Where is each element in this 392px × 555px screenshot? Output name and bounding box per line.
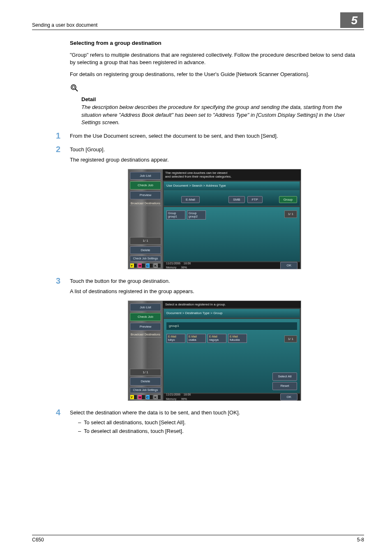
address-type-tabs: E-Mail SMB FTP Group: [164, 190, 300, 206]
page-indicator: 1/ 1: [284, 210, 297, 218]
step-4-bullet-2: To deselect all destinations, touch [Res…: [78, 428, 359, 435]
main-panel: 1/ 1 Group group1 Group group2: [164, 207, 300, 261]
step-text-2: Touch [Group].: [70, 146, 359, 154]
svg-line-2: [76, 89, 78, 92]
ok-button[interactable]: OK: [280, 393, 297, 401]
footer-right: 5-8: [357, 537, 364, 543]
job-list-button[interactable]: Job List: [130, 172, 161, 180]
screenshot-group-list: Job List Check Job Preview Broadcast Des…: [128, 169, 301, 269]
detail-text: The description below describes the proc…: [81, 104, 359, 127]
message-bar: Select a destination registered in a gro…: [163, 301, 301, 308]
preview-button[interactable]: Preview: [130, 191, 161, 199]
side-page-indicator: 1/ 1: [130, 237, 161, 245]
step-number-4: 4: [56, 408, 70, 437]
dest-item-fukuoka[interactable]: E-Mail fukuoka: [228, 334, 247, 342]
reset-button[interactable]: Reset: [272, 382, 297, 390]
check-job-settings-button[interactable]: Check Job Settings: [130, 256, 161, 261]
check-job-button[interactable]: Check Job: [130, 181, 161, 190]
step-sub-2: The registered group destinations appear…: [70, 156, 359, 164]
tab-group[interactable]: Group: [279, 196, 297, 204]
step-sub-3: A list of destinations registered in the…: [70, 288, 359, 296]
broadcast-dest-label: Broadcast Destinations: [130, 201, 161, 206]
chapter-number: 5: [340, 12, 363, 28]
dest-item-osaka[interactable]: E-Mail osaka: [187, 334, 206, 342]
step-text-4: Select the destination where the data is…: [70, 409, 359, 417]
screenshot-group-members: Job List Check Job Preview Broadcast Des…: [128, 301, 301, 401]
tab-email[interactable]: E-Mail: [181, 196, 200, 204]
section-title: Selecting from a group destination: [70, 39, 359, 47]
intro-paragraph-1: "Group" refers to multiple destinations …: [70, 51, 359, 67]
breadcrumb: Document > Destination Type > Group: [164, 309, 300, 318]
page-indicator: 1/ 1: [284, 335, 297, 343]
dest-item-tokyo[interactable]: E-Mail tokyo: [166, 334, 185, 342]
step-number-2: 2: [56, 145, 70, 164]
check-job-settings-button[interactable]: Check Job Settings: [130, 387, 161, 393]
ok-button[interactable]: OK: [280, 262, 297, 269]
svg-point-0: [71, 85, 76, 90]
detail-block: Detail The description below describes t…: [70, 83, 359, 127]
step-text-3: Touch the button for the group destinati…: [70, 278, 359, 285]
status-bar: 11/21/2006 18:06 Memory 99% OK: [164, 394, 300, 400]
toner-indicators: Y M C K: [130, 395, 161, 400]
side-page-indicator: 1/ 1: [130, 369, 161, 376]
select-all-button[interactable]: Select All: [272, 372, 297, 381]
group-item-2[interactable]: Group group2: [187, 210, 206, 219]
tab-smb[interactable]: SMB: [228, 196, 244, 204]
job-list-button[interactable]: Job List: [130, 303, 161, 312]
broadcast-dest-label: Broadcast Destinations: [130, 332, 161, 338]
step-number-3: 3: [56, 277, 70, 296]
intro-paragraph-2: For details on registering group destina…: [70, 71, 359, 79]
main-panel: group1 1/ 1 E-Mail tokyo E-Mail osaka E-…: [164, 319, 300, 393]
magnifier-icon: [70, 83, 79, 95]
status-bar: 11/21/2006 18:06 Memory 99% OK: [164, 262, 300, 269]
delete-button[interactable]: Delete: [130, 377, 161, 386]
group-name-header: group1: [166, 322, 297, 330]
preview-button[interactable]: Preview: [130, 323, 161, 331]
footer-left: C650: [32, 537, 44, 543]
toner-indicators: Y M C K: [130, 263, 161, 268]
step-number-1: 1: [56, 132, 70, 140]
check-job-button[interactable]: Check Job: [130, 313, 161, 321]
header-left: Sending a user box document: [32, 22, 97, 28]
message-bar: The registered one-touches can be viewed…: [163, 169, 301, 180]
dest-item-nagoya[interactable]: E-Mail nagoya: [208, 334, 226, 342]
group-item-1[interactable]: Group group1: [166, 210, 185, 219]
delete-button[interactable]: Delete: [130, 246, 161, 254]
detail-label: Detail: [81, 96, 359, 104]
svg-point-1: [72, 86, 75, 88]
step-4-bullet-1: To select all destinations, touch [Selec…: [78, 419, 359, 427]
breadcrumb: Use Document > Search > Address Type: [164, 181, 300, 190]
tab-ftp[interactable]: FTP: [247, 196, 263, 204]
step-text-1: From the Use Document screen, select the…: [70, 132, 359, 140]
